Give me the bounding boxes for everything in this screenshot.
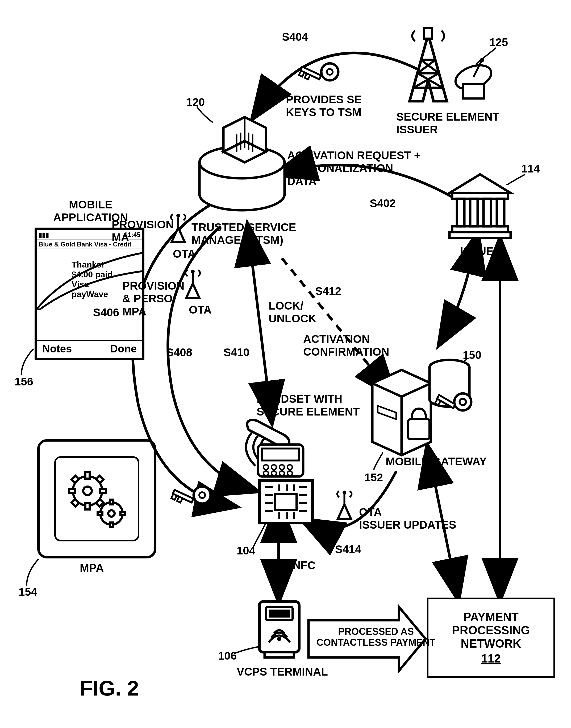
ref-120: 120 — [186, 96, 205, 109]
ppn-label: PAYMENT PROCESSING NETWORK — [452, 610, 530, 650]
svg-point-59 — [279, 471, 284, 476]
ota-2: OTA — [189, 303, 212, 316]
tsm-label: TRUSTED SERVICE MANAGER (TSM) — [192, 221, 296, 247]
svg-rect-115 — [98, 512, 102, 515]
vcps-terminal-icon — [257, 599, 302, 660]
ppn-box: PAYMENT PROCESSING NETWORK 112 — [427, 598, 555, 678]
svg-point-92 — [176, 214, 180, 217]
svg-point-95 — [191, 270, 195, 273]
s412-label: ACTIVATION CONFIRMATION — [303, 333, 389, 359]
s410-id: S410 — [223, 346, 249, 359]
s402-label: ACTIVATION REQUEST + PERSONALIZATION DAT… — [287, 149, 421, 188]
svg-rect-81 — [265, 652, 294, 657]
handset-label: HANDSET WITH SECURE ELEMENT — [257, 393, 360, 419]
ref-154: 154 — [19, 585, 37, 599]
svg-point-80 — [277, 637, 281, 641]
svg-point-57 — [263, 471, 268, 476]
key-icon — [301, 61, 340, 93]
svg-marker-24 — [410, 34, 447, 101]
mobile-gateway-icon — [367, 349, 479, 450]
svg-rect-37 — [457, 199, 464, 226]
svg-rect-39 — [483, 199, 491, 226]
svg-point-54 — [271, 465, 276, 469]
secure-element-issuer-icon — [399, 27, 495, 112]
sei-label: SECURE ELEMENT ISSUER — [396, 110, 499, 136]
s406-label: PROVISION MA — [112, 218, 174, 244]
s410-label: LOCK/ UNLOCK — [268, 299, 317, 325]
svg-point-60 — [288, 471, 292, 476]
ref-106: 106 — [218, 649, 237, 662]
svg-rect-62 — [275, 494, 297, 510]
s406-id: S406 — [93, 306, 119, 319]
ref-152: 152 — [364, 471, 383, 484]
s414-label: OTA ISSUER UPDATES — [359, 506, 456, 532]
svg-rect-103 — [85, 472, 90, 479]
svg-point-56 — [288, 465, 292, 469]
svg-rect-79 — [268, 610, 290, 618]
svg-rect-45 — [408, 419, 430, 439]
svg-point-88 — [199, 492, 205, 498]
s412-id: S412 — [315, 285, 341, 297]
svg-rect-116 — [120, 512, 125, 515]
s404-id: S404 — [282, 30, 308, 43]
svg-rect-38 — [470, 199, 478, 226]
ref-125: 125 — [489, 36, 508, 49]
svg-rect-23 — [463, 84, 484, 98]
svg-point-53 — [263, 465, 268, 469]
svg-rect-104 — [85, 503, 90, 510]
receipt-text: Thanks! $4.00 paid Visa payWave — [72, 260, 113, 299]
mg-label: MOBILE GATEWAY — [386, 455, 487, 468]
svg-marker-33 — [449, 174, 510, 193]
ref-156: 156 — [15, 375, 33, 388]
svg-rect-113 — [110, 499, 113, 505]
svg-rect-114 — [110, 523, 113, 527]
s402-id: S402 — [370, 197, 396, 210]
svg-marker-100 — [338, 505, 351, 519]
svg-point-102 — [83, 486, 92, 495]
svg-point-98 — [343, 490, 346, 494]
nfc-label: NFC — [293, 559, 315, 572]
ref-114: 114 — [521, 162, 540, 175]
svg-rect-32 — [424, 28, 432, 38]
ref-104: 104 — [237, 544, 255, 557]
key-icon — [173, 484, 213, 516]
vcps-label: VCPS TERMINAL — [237, 665, 328, 678]
svg-point-55 — [279, 465, 284, 469]
svg-rect-36 — [449, 232, 510, 238]
s404-label: PROVIDES SE KEYS TO TSM — [286, 93, 362, 119]
gears-icon — [62, 464, 131, 533]
svg-marker-97 — [186, 283, 200, 298]
svg-rect-90 — [171, 494, 177, 500]
s414-id: S414 — [335, 543, 361, 556]
notes-button[interactable]: Notes — [42, 343, 72, 355]
ref-112: 112 — [481, 652, 500, 665]
svg-rect-105 — [69, 489, 75, 493]
svg-rect-106 — [100, 489, 106, 493]
svg-rect-85 — [299, 71, 304, 77]
svg-point-83 — [327, 69, 333, 75]
svg-rect-40 — [497, 199, 504, 226]
handset-icon — [234, 418, 319, 524]
issuer-label: ISSUER — [460, 245, 501, 258]
mpa-label: MPA — [80, 562, 104, 574]
svg-point-22 — [480, 58, 484, 62]
contactless-label: PROCESSED AS CONTACTLESS PAYMENT — [317, 626, 435, 648]
ref-150: 150 — [463, 349, 481, 361]
svg-rect-52 — [262, 449, 299, 460]
antenna-icon — [332, 487, 356, 522]
mpa-box — [37, 439, 156, 558]
status-signal: ▮▮▮ — [38, 231, 49, 239]
svg-rect-86 — [305, 74, 310, 79]
antenna-icon — [181, 266, 205, 301]
done-button[interactable]: Done — [110, 343, 137, 355]
tsm-icon — [197, 117, 287, 218]
svg-point-58 — [271, 471, 276, 476]
figure-label: FIG. 2 — [80, 676, 139, 701]
svg-point-112 — [108, 510, 115, 517]
svg-rect-91 — [177, 497, 183, 503]
ota-1: OTA — [173, 248, 196, 260]
issuer-icon — [447, 170, 513, 240]
s408-id: S408 — [166, 346, 192, 359]
s408-label: PROVISION & PERSO MPA — [122, 279, 184, 318]
svg-line-5 — [434, 476, 457, 595]
